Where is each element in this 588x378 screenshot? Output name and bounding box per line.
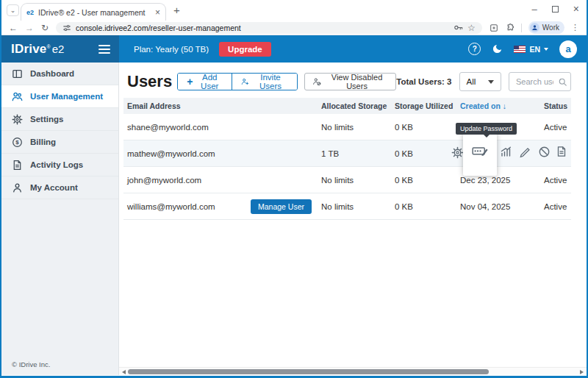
users-icon (12, 91, 23, 102)
browser-titlebar: ⌄ e2 IDrive® e2 - User management × + – … (1, 0, 587, 21)
person-icon (12, 182, 23, 193)
person-slash-icon (312, 76, 321, 87)
view-disabled-label: View Disabled Users (326, 73, 389, 90)
sidebar-item-dashboard[interactable]: Dashboard (1, 63, 118, 85)
gear-icon (12, 114, 23, 125)
new-tab-button[interactable]: + (173, 4, 180, 16)
bookmark-star-icon[interactable]: ☆ (467, 24, 476, 32)
edit-pencil-icon[interactable] (519, 146, 531, 158)
tab-search-button[interactable]: ⌄ (7, 4, 19, 16)
logo-product: e2 (52, 43, 65, 55)
filter-dropdown[interactable]: All (459, 72, 502, 91)
tab-title: IDrive® e2 - User management (38, 8, 151, 17)
email-text: williams@myworld.com (127, 202, 215, 211)
tune-icon (62, 24, 71, 32)
profile-chip[interactable]: Work (528, 21, 564, 34)
hamburger-menu-icon[interactable] (98, 43, 110, 56)
user-logs-icon[interactable] (556, 146, 567, 157)
filter-value: All (467, 77, 476, 86)
forward-button[interactable]: → (25, 24, 34, 32)
disable-user-icon[interactable] (538, 146, 551, 158)
add-user-label: Add User (196, 73, 223, 90)
browser-tab[interactable]: e2 IDrive® e2 - User management × (21, 3, 166, 21)
sidebar-item-label: Dashboard (30, 69, 74, 78)
email-cell: williams@myworld.com Manage User (123, 199, 318, 214)
status-cell: Active (540, 176, 570, 185)
sidebar-item-settings[interactable]: Settings (1, 108, 118, 131)
sidebar-item-user-management[interactable]: User Management (1, 85, 118, 108)
upgrade-button[interactable]: Upgrade (219, 42, 271, 57)
dark-mode-moon-icon[interactable] (492, 43, 503, 54)
sidebar-item-activity-logs[interactable]: Activity Logs (1, 154, 118, 176)
search-input[interactable] (514, 76, 555, 87)
column-allocated-storage[interactable]: Allocated Storage (318, 101, 391, 110)
view-disabled-users-button[interactable]: View Disabled Users (304, 73, 396, 90)
activity-logs-icon (12, 160, 23, 171)
table-header-row: Email Address Allocated Storage Storage … (123, 98, 571, 114)
browser-toolbar: ← → ↻ console.idrivee2.com/reseller-user… (1, 21, 587, 35)
user-actions-group: +Add User Invite Users (177, 73, 298, 90)
sidebar-item-label: Settings (30, 115, 63, 124)
invite-users-label: Invite Users (253, 73, 288, 90)
reload-button[interactable]: ↻ (41, 24, 49, 32)
dashboard-icon (12, 68, 23, 79)
column-storage-utilized[interactable]: Storage Utilized (391, 101, 456, 110)
billing-dollar-icon: $ (12, 137, 23, 148)
update-password-popover[interactable] (463, 132, 497, 176)
maximize-button[interactable] (552, 6, 559, 13)
plus-icon: + (187, 76, 193, 87)
add-user-button[interactable]: +Add User (178, 74, 232, 90)
horizontal-scrollbar (119, 367, 587, 375)
language-selector[interactable]: EN (514, 45, 548, 54)
column-email-address[interactable]: Email Address (123, 101, 318, 110)
table-row[interactable]: john@myworld.com No limits 0 KB Dec 23, … (123, 167, 571, 193)
search-icon (558, 77, 567, 87)
logo-section: IDrive®e2 (1, 35, 119, 63)
chevron-down-icon: ⌄ (10, 7, 16, 14)
utilized-cell: 0 KB (391, 149, 456, 158)
sidebar-item-label: User Management (30, 92, 103, 101)
email-cell: shane@myworld.com (123, 123, 318, 132)
profile-avatar (530, 23, 539, 32)
utilized-cell: 0 KB (391, 176, 456, 185)
sidebar: Dashboard User Management Settings $ Bil… (1, 63, 119, 375)
scrollbar-thumb[interactable] (128, 369, 489, 374)
tab-close-icon[interactable]: × (155, 8, 160, 17)
allocated-cell: No limits (318, 123, 391, 132)
back-button[interactable]: ← (9, 24, 18, 32)
svg-text:$: $ (15, 139, 19, 146)
plan-label: Plan: Yearly (50 TB) (134, 45, 209, 54)
address-bar[interactable]: console.idrivee2.com/reseller-user-manag… (56, 22, 482, 34)
utilized-cell: 0 KB (391, 123, 456, 132)
allocated-cell: No limits (318, 202, 391, 211)
account-avatar[interactable]: a (559, 40, 577, 58)
update-password-icon[interactable] (472, 143, 489, 158)
password-key-icon[interactable] (453, 23, 463, 32)
user-settings-icon[interactable] (451, 146, 464, 159)
minimize-button[interactable]: – (532, 4, 537, 15)
stats-icon[interactable] (500, 146, 512, 158)
close-button[interactable]: × (573, 3, 579, 15)
email-cell: mathew@myworld.com (123, 149, 318, 158)
manage-user-button[interactable]: Manage User (251, 199, 312, 214)
help-icon[interactable]: ? (468, 43, 481, 55)
table-row[interactable]: williams@myworld.com Manage User No limi… (123, 193, 571, 220)
grid-icon[interactable] (490, 24, 498, 32)
person-plus-icon (241, 76, 249, 87)
status-cell: Active (540, 123, 570, 132)
extensions-puzzle-icon[interactable] (505, 23, 514, 32)
email-cell: john@myworld.com (123, 176, 318, 185)
column-status[interactable]: Status (540, 101, 570, 110)
column-created-on[interactable]: Created on↓ (456, 101, 540, 110)
scroll-right-arrow[interactable] (580, 370, 584, 374)
allocated-cell: No limits (318, 176, 391, 185)
logo-reg: ® (46, 43, 50, 49)
scroll-left-arrow[interactable] (122, 370, 126, 374)
invite-users-button[interactable]: Invite Users (232, 74, 297, 90)
sidebar-item-billing[interactable]: $ Billing (1, 131, 118, 154)
sidebar-item-my-account[interactable]: My Account (1, 176, 118, 199)
browser-menu-icon[interactable]: ⋮ (571, 23, 579, 32)
main-content: Users +Add User Invite Users View Disabl… (119, 63, 587, 375)
app-header: IDrive®e2 Plan: Yearly (50 TB) Upgrade ?… (1, 35, 587, 63)
favicon-e2: e2 (26, 9, 34, 16)
